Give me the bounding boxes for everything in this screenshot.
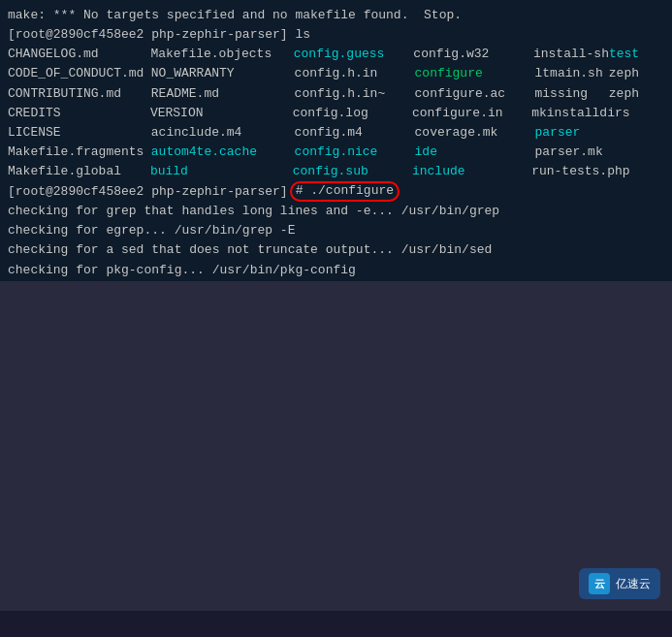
terminal-text: CREDITS [8, 104, 150, 123]
terminal-line: CHANGELOG.md Makefile.objects config.gue… [8, 45, 664, 64]
terminal-text: config.h.in~ [295, 84, 415, 104]
terminal-text: LICENSE [8, 123, 151, 143]
terminal-text: missing [535, 84, 609, 104]
terminal-text: NO_WARRANTY [151, 64, 295, 83]
terminal-text: install-sh [533, 45, 609, 64]
terminal-text [609, 143, 664, 162]
terminal-text: config.nice [295, 143, 415, 162]
terminal-text: parser [535, 123, 609, 143]
terminal-text: checking for pkg-config... /usr/bin/pkg-… [8, 261, 356, 280]
terminal-text: README.md [151, 84, 295, 104]
terminal-text: ltmain.sh [535, 64, 609, 83]
terminal-line: checking for grep that handles long line… [8, 202, 664, 221]
terminal-text [609, 162, 664, 181]
terminal-text: config.h.in [295, 64, 415, 83]
terminal-text [609, 104, 664, 123]
terminal-text: Makefile.objects [150, 45, 293, 64]
terminal-line: checking for pkg-config... /usr/bin/pkg-… [8, 261, 664, 280]
terminal-text: make: *** No targets specified and no ma… [8, 6, 462, 25]
terminal-text: config.w32 [413, 45, 533, 64]
terminal-text: ide [415, 143, 535, 162]
terminal-prompt-line: [root@2890cf458ee2 php-zephir-parser] # … [8, 181, 664, 202]
terminal-text: configure [415, 64, 535, 83]
terminal-line: make: *** No targets specified and no ma… [8, 6, 664, 25]
terminal-text: CONTRIBUTING.md [8, 84, 151, 104]
terminal-text: run-tests.php [531, 162, 609, 181]
terminal-line: CREDITS VERSION config.log configure.in … [8, 104, 664, 123]
terminal-window: make: *** No targets specified and no ma… [0, 0, 672, 281]
terminal-line: CONTRIBUTING.md README.md config.h.in~ c… [8, 84, 664, 104]
watermark-badge: 云 亿速云 [579, 568, 660, 599]
terminal-line: Makefile.fragments autom4te.cache config… [8, 143, 664, 162]
terminal-text: zeph [609, 84, 664, 104]
terminal-text: checking for egrep... /usr/bin/grep -E [8, 221, 295, 240]
terminal-line: CODE_OF_CONDUCT.md NO_WARRANTY config.h.… [8, 64, 664, 83]
terminal-text: [root@2890cf458ee2 php-zephir-parser] ls [8, 25, 310, 45]
terminal-line: [root@2890cf458ee2 php-zephir-parser] ls [8, 25, 664, 45]
terminal-text [609, 123, 664, 143]
terminal-line: checking for egrep... /usr/bin/grep -E [8, 221, 664, 240]
terminal-text: config.log [293, 104, 412, 123]
terminal-text: build [150, 162, 293, 181]
terminal-line: Makefile.global build config.sub include… [8, 162, 664, 181]
terminal-text: acinclude.m4 [151, 123, 295, 143]
terminal-text: parser.mk [535, 143, 609, 162]
terminal-command-highlighted: # ./configure [290, 181, 400, 202]
terminal-text: Makefile.fragments [8, 143, 151, 162]
empty-area: 云 亿速云 [0, 281, 672, 611]
terminal-text: config.sub [293, 162, 412, 181]
terminal-text: config.guess [294, 45, 414, 64]
terminal-line: LICENSE acinclude.m4 config.m4 coverage.… [8, 123, 664, 143]
terminal-text: VERSION [150, 104, 293, 123]
terminal-text: CHANGELOG.md [8, 45, 150, 64]
watermark-icon: 云 [589, 573, 610, 594]
terminal-text: test [609, 45, 664, 64]
terminal-text: autom4te.cache [151, 143, 295, 162]
terminal-text: coverage.mk [415, 123, 535, 143]
watermark-label: 亿速云 [616, 576, 651, 592]
terminal-text: checking for grep that handles long line… [8, 202, 499, 221]
terminal-text: checking for a sed that does not truncat… [8, 240, 492, 260]
terminal-text: configure.ac [415, 84, 535, 104]
terminal-text: include [412, 162, 531, 181]
terminal-text: mkinstalldirs [531, 104, 609, 123]
terminal-text: config.m4 [295, 123, 415, 143]
terminal-text: Makefile.global [8, 162, 150, 181]
terminal-text: CODE_OF_CONDUCT.md [8, 64, 151, 83]
terminal-text: configure.in [412, 104, 531, 123]
terminal-prompt: [root@2890cf458ee2 php-zephir-parser] [8, 182, 288, 202]
terminal-line: checking for a sed that does not truncat… [8, 240, 664, 260]
terminal-text: zeph [609, 64, 664, 83]
